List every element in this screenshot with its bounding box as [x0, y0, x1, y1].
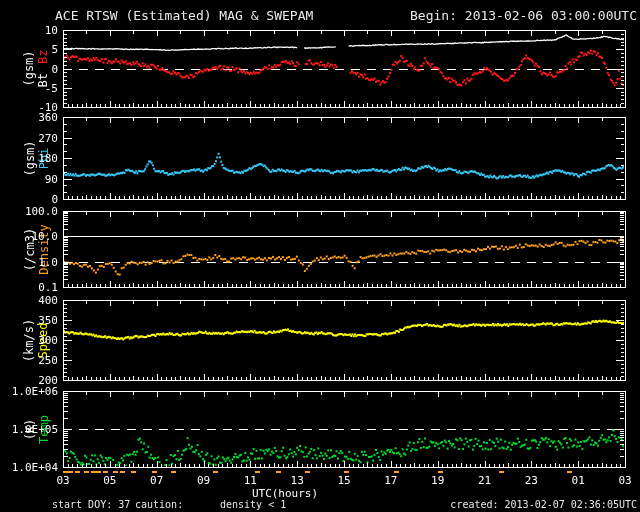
caution-value: density < 1 [220, 499, 286, 510]
y-tick-label: 10 [0, 25, 58, 36]
y-axis-label-density: (/cm3) Density [16, 211, 58, 287]
page-title: ACE RTSW (Estimated) MAG & SWEPAM [55, 8, 313, 23]
x-tick-label: 23 [525, 475, 538, 486]
y-tick-label: 300 [0, 335, 58, 346]
y-tick-label: 1.0E+06 [0, 386, 58, 397]
caution-label: caution: [135, 499, 183, 510]
y-tick-label: 1.0E+04 [0, 462, 58, 473]
y-tick-label: 400 [0, 295, 58, 306]
y-tick-label: 0.1 [0, 282, 58, 293]
x-tick-label: 13 [291, 475, 304, 486]
begin-timestamp: Begin: 2013-02-06 03:00:00UTC [410, 8, 637, 23]
y-tick-label: 90 [0, 174, 58, 185]
y-tick-label: 1.0E+05 [0, 424, 58, 435]
y-tick-label: 10.0 [0, 231, 58, 242]
y-tick-label: 180 [0, 153, 58, 164]
x-tick-label: 01 [572, 475, 585, 486]
y-tick-label: 250 [0, 355, 58, 366]
created-timestamp: created: 2013-02-07 02:36:05UTC [450, 499, 637, 510]
x-tick-label: 15 [337, 475, 350, 486]
x-tick-label: 17 [384, 475, 397, 486]
ace-rtsw-plot: ACE RTSW (Estimated) MAG & SWEPAM Begin:… [0, 0, 640, 512]
x-tick-label: 03 [56, 475, 69, 486]
x-tick-label: 11 [244, 475, 257, 486]
y-tick-label: 100.0 [0, 206, 58, 217]
y-tick-label: 1.0 [0, 257, 58, 268]
y-tick-label: 350 [0, 315, 58, 326]
y-tick-label: 0 [0, 64, 58, 75]
x-tick-label: 07 [150, 475, 163, 486]
plot-canvas [0, 0, 640, 512]
x-tick-label: 21 [478, 475, 491, 486]
start-doy-label: start DOY: 37 [52, 499, 130, 510]
x-tick-label: 09 [197, 475, 210, 486]
y-tick-label: 5 [0, 44, 58, 55]
y-tick-label: 360 [0, 112, 58, 123]
y-tick-label: 270 [0, 133, 58, 144]
y-tick-label: -5 [0, 83, 58, 94]
y-tick-label: 0 [0, 194, 58, 205]
x-tick-label: 19 [431, 475, 444, 486]
x-tick-label: 05 [103, 475, 116, 486]
x-tick-label: 03 [618, 475, 631, 486]
